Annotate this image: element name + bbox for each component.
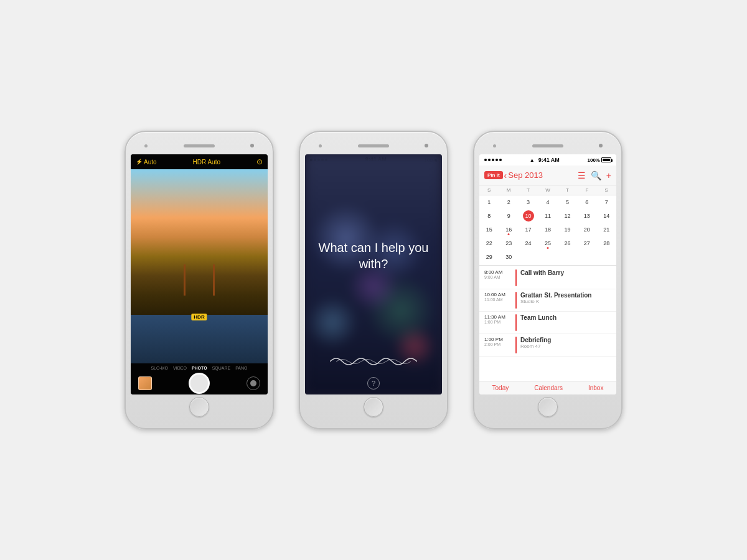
cal-dot-4 [496, 159, 498, 161]
event-start-team-lunch: 11:30 AM [484, 314, 515, 320]
home-button-siri[interactable] [364, 397, 383, 417]
event-row-call-barry[interactable]: 8:00 AM 9:00 AM Call with Barry [479, 267, 616, 289]
cal-cell-19[interactable]: 19 [558, 223, 577, 236]
cal-cell-12[interactable]: 12 [558, 209, 577, 223]
mode-square[interactable]: SQUARE [212, 366, 231, 370]
cal-cell-16[interactable]: 16 [499, 223, 518, 236]
front-sensor-cal-icon [493, 144, 496, 147]
siri-help-area: ? [305, 377, 442, 394]
cal-cell-27[interactable]: 27 [577, 236, 596, 250]
mode-slomo[interactable]: SLO-MO [151, 366, 168, 370]
cal-cell-24[interactable]: 24 [519, 236, 538, 250]
home-button-camera[interactable] [189, 397, 209, 417]
cal-cell-13[interactable]: 13 [577, 209, 596, 223]
hdr-label[interactable]: HDR Auto [193, 159, 220, 166]
cal-status-center: ▲ 9:41 AM [530, 157, 560, 163]
cal-cell-20[interactable]: 20 [577, 223, 596, 236]
mode-video[interactable]: VIDEO [173, 366, 187, 370]
cal-signal [484, 159, 502, 161]
hdr-toggle[interactable] [247, 376, 260, 390]
iphone-camera: ⚡ Auto HDR Auto ⊙ HDR SLO-MO VIDEO PHOTO [125, 131, 274, 429]
cal-search-icon[interactable]: 🔍 [591, 170, 601, 180]
iphone-siri: 9:41 AM 100% What can I help you with? ? [299, 131, 448, 429]
cal-cell-23[interactable]: 23 [499, 236, 518, 250]
cal-cell-22[interactable]: 22 [479, 236, 499, 250]
hdr-badge: HDR [191, 314, 207, 320]
cal-cell-29[interactable]: 29 [479, 250, 499, 264]
event-row-team-lunch[interactable]: 11:30 AM 1:00 PM Team Lunch [479, 312, 616, 334]
event-time-team-lunch: 11:30 AM 1:00 PM [484, 314, 515, 331]
cal-cell-empty-4 [577, 250, 596, 264]
cal-cell-1[interactable]: 1 [479, 195, 499, 209]
calendar-screen: ▲ 9:41 AM 100% Pin it ‹ Sep 2013 [479, 154, 616, 394]
event-row-debriefing[interactable]: 1:00 PM 2:00 PM Debriefing Room 47 [479, 334, 616, 357]
siri-waveform-icon [330, 352, 417, 371]
cal-cell-25[interactable]: 25 [538, 236, 557, 250]
cal-cell-17[interactable]: 17 [519, 223, 538, 236]
event-line-call-barry [515, 269, 517, 286]
cal-cell-11[interactable]: 11 [538, 209, 557, 223]
cal-cell-28[interactable]: 28 [597, 236, 616, 250]
speaker-icon [184, 144, 215, 147]
home-button-cal[interactable] [538, 397, 558, 417]
cal-cell-5[interactable]: 5 [558, 195, 577, 209]
shutter-button[interactable] [189, 373, 210, 394]
event-line-debriefing [515, 337, 517, 353]
event-time-call-barry: 8:00 AM 9:00 AM [484, 269, 515, 286]
event-details-grattan: Grattan St. Presentation Studio K [520, 292, 611, 309]
cal-cell-15[interactable]: 15 [479, 223, 499, 236]
event-subtitle-grattan: Studio K [520, 299, 611, 304]
cal-cell-9[interactable]: 9 [499, 209, 518, 223]
cal-add-icon[interactable]: + [606, 170, 611, 180]
cal-events-list: 8:00 AM 9:00 AM Call with Barry 10:00 AM… [479, 267, 616, 381]
flash-auto-label[interactable]: ⚡ Auto [136, 159, 157, 166]
bolt-icon: ⚡ [136, 159, 143, 165]
cal-tab-bar: Today Calendars Inbox [479, 381, 616, 394]
cal-cell-18[interactable]: 18 [538, 223, 557, 236]
front-sensor-siri-icon [319, 144, 322, 147]
event-details-team-lunch: Team Lunch [520, 314, 611, 331]
front-camera-icon [250, 144, 254, 147]
cal-cell-6[interactable]: 6 [577, 195, 596, 209]
front-sensor-icon [144, 144, 148, 147]
water-reflection [131, 315, 268, 363]
camera-flip-icon[interactable]: ⊙ [256, 157, 263, 166]
last-photo-thumbnail[interactable] [138, 376, 152, 390]
cal-cell-3[interactable]: 3 [519, 195, 538, 209]
event-title-call-barry: Call with Barry [520, 269, 611, 276]
camera-modes: SLO-MO VIDEO PHOTO SQUARE PANO [151, 363, 247, 371]
cal-cell-7[interactable]: 7 [597, 195, 616, 209]
cal-cell-empty-1 [519, 250, 538, 264]
cal-cell-10-today[interactable]: 10 [519, 209, 538, 223]
cal-dot-2 [488, 159, 491, 161]
camera-bottom-bar: SLO-MO VIDEO PHOTO SQUARE PANO [131, 363, 268, 394]
event-end-team-lunch: 1:00 PM [484, 320, 515, 324]
cal-cell-14[interactable]: 14 [597, 209, 616, 223]
tab-inbox[interactable]: Inbox [588, 385, 603, 391]
siri-help-button[interactable]: ? [367, 377, 380, 390]
iphone-bottom-siri [305, 394, 442, 419]
event-row-grattan[interactable]: 10:00 AM 11:00 AM Grattan St. Presentati… [479, 289, 616, 312]
mode-photo[interactable]: PHOTO [192, 366, 207, 370]
cal-cell-26[interactable]: 26 [558, 236, 577, 250]
tab-today[interactable]: Today [492, 385, 509, 391]
mode-pano[interactable]: PANO [235, 366, 247, 370]
cal-cell-empty-5 [597, 250, 616, 264]
pinit-badge: Pin it [484, 171, 503, 179]
cal-cell-8[interactable]: 8 [479, 209, 499, 223]
cal-days-header: S M T W T F S [479, 185, 616, 195]
event-start-grattan: 10:00 AM [484, 292, 515, 297]
battery-fill-icon [603, 159, 610, 161]
back-arrow-icon[interactable]: ‹ [504, 170, 507, 180]
cal-dot-5 [499, 159, 502, 161]
tab-calendars[interactable]: Calendars [534, 385, 563, 391]
cal-cell-30[interactable]: 30 [499, 250, 518, 264]
day-label-f: F [577, 185, 596, 195]
cal-cell-2[interactable]: 2 [499, 195, 518, 209]
iphone-bottom-camera [131, 394, 268, 419]
cal-list-view-icon[interactable]: ☰ [578, 170, 586, 180]
iphone-bottom-cal [479, 394, 616, 419]
cal-cell-21[interactable]: 21 [597, 223, 616, 236]
front-camera-cal-icon [599, 144, 603, 147]
cal-cell-4[interactable]: 4 [538, 195, 557, 209]
